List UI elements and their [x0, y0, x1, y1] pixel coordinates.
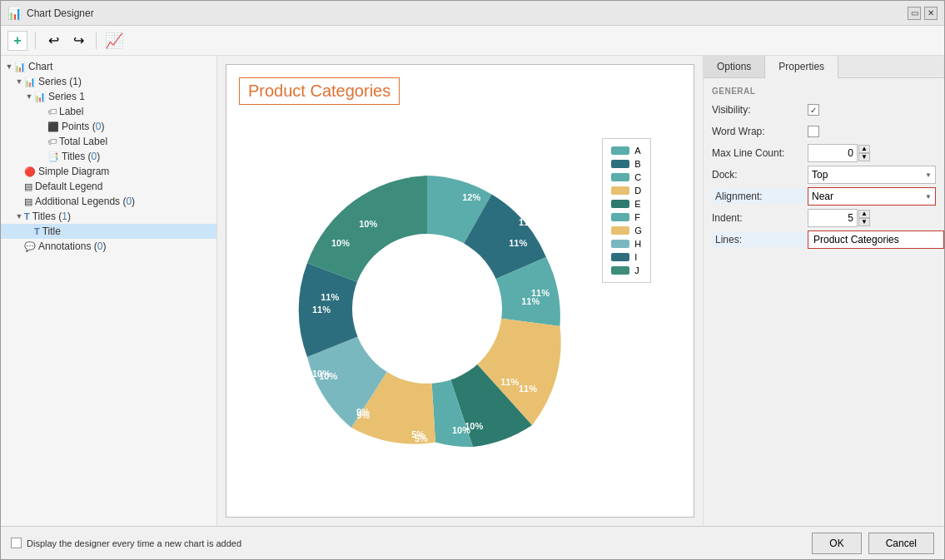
tree-label-label: Label — [59, 106, 83, 117]
indent-up[interactable]: ▲ — [858, 210, 870, 218]
legend-swatch-F — [611, 213, 629, 221]
tree-item-series-group[interactable]: ▼ 📊 Series (1) — [1, 74, 216, 89]
expander-simplediagram — [14, 167, 24, 176]
prop-label-indent: Indent: — [712, 212, 808, 224]
tree-label-points: Points ( — [62, 121, 96, 132]
indent-down[interactable]: ▼ — [858, 218, 870, 226]
tree-item-simplediagram[interactable]: 🔴 Simple Diagram — [1, 164, 216, 179]
dock-select[interactable]: Top ▼ — [808, 166, 936, 184]
legend-item-C: C — [611, 172, 642, 182]
window-title: Chart Designer — [27, 7, 94, 19]
legend-label-G: G — [634, 225, 642, 235]
indent-input[interactable] — [808, 209, 858, 227]
legend-swatch-G — [611, 226, 629, 235]
tree-item-annotations[interactable]: 💬 Annotations (0) — [1, 239, 216, 254]
pct-B: 11% — [519, 217, 537, 227]
tree-label-points-close: ) — [101, 121, 104, 132]
chart-icon: 📊 — [14, 62, 26, 72]
maxlinecount-up[interactable]: ▲ — [858, 145, 870, 153]
tab-options[interactable]: Options — [704, 56, 765, 77]
legend-label-J: J — [634, 265, 639, 275]
legend-item-E: E — [611, 199, 642, 209]
legend-item-I: I — [611, 252, 642, 262]
points-icon: ⬛ — [47, 121, 59, 132]
expander-points — [37, 122, 47, 131]
prop-value-indent: ▲ ▼ — [808, 209, 936, 227]
dock-value: Top — [812, 169, 828, 181]
tree-label-series1: Series 1 — [48, 91, 85, 102]
legend-swatch-H — [611, 240, 629, 248]
legend-swatch-D — [611, 186, 629, 195]
titles1-count: 1 — [62, 211, 67, 222]
designer-checkbox[interactable] — [11, 538, 22, 548]
tree-item-series1[interactable]: ▼ 📊 Series 1 — [1, 89, 216, 104]
wordwrap-checkbox[interactable] — [808, 126, 819, 137]
add-button[interactable]: + — [7, 31, 27, 51]
undo-icon: ↩ — [48, 32, 59, 48]
label-icon: 🏷 — [47, 107, 57, 116]
prop-row-dock: Dock: Top ▼ — [712, 166, 936, 184]
tree-label-annotations: Annotations ( — [38, 240, 97, 252]
visibility-checkbox[interactable] — [808, 104, 819, 116]
legend-label-E: E — [634, 199, 640, 209]
legend-swatch-B — [611, 160, 629, 168]
tree-item-titles0[interactable]: 📑 Titles (0) — [1, 149, 216, 164]
lines-input[interactable] — [808, 230, 944, 249]
expander-chart: ▼ — [4, 62, 14, 71]
tree-label-additionallegends: Additional Legends ( — [35, 196, 126, 207]
cancel-button[interactable]: Cancel — [868, 533, 934, 554]
legend-item-G: G — [611, 225, 642, 235]
redo-button[interactable]: ↪ — [68, 31, 88, 51]
prop-label-maxlinecount: Max Line Count: — [712, 147, 808, 159]
ok-button[interactable]: OK — [812, 533, 861, 554]
prop-row-maxlinecount: Max Line Count: ▲ ▼ — [712, 144, 936, 162]
minimize-icon: ▭ — [911, 8, 918, 17]
properties-panel: GENERAL Visibility: Word Wrap: — [704, 78, 944, 526]
tab-properties[interactable]: Properties — [765, 56, 838, 78]
chart-legend: A B C D — [602, 138, 651, 283]
titles0-icon: 📑 — [47, 151, 59, 162]
toolbar-separator — [35, 32, 36, 49]
prop-row-visibility: Visibility: — [712, 101, 936, 119]
maxlinecount-down[interactable]: ▼ — [858, 153, 870, 161]
prop-label-dock: Dock: — [712, 169, 808, 181]
tree-item-chart[interactable]: ▼ 📊 Chart — [1, 59, 216, 74]
prop-row-lines: Lines: — [712, 230, 936, 249]
title-bar: 📊 Chart Designer ▭ ✕ — [1, 1, 944, 26]
legend-swatch-I — [611, 253, 629, 261]
tabs-row: Options Properties — [704, 56, 944, 78]
expander-series-group: ▼ — [14, 77, 24, 86]
tree-label-annotations-close: ) — [102, 240, 106, 252]
tree-item-defaultlegend[interactable]: ▤ Default Legend — [1, 179, 216, 194]
chart-wizard-icon: 📈 — [105, 32, 123, 50]
tree-item-title[interactable]: T Title — [1, 224, 216, 239]
tree-item-totallabel[interactable]: 🏷 Total Label — [1, 134, 216, 149]
tab-properties-label: Properties — [778, 61, 824, 72]
additionallegends-count: 0 — [126, 196, 132, 207]
tree-item-additionallegends[interactable]: ▤ Additional Legends (0) — [1, 194, 216, 209]
legend-item-H: H — [611, 239, 642, 249]
pct-G: 9% — [356, 407, 370, 417]
tree-label-titles0-close: ) — [97, 151, 100, 162]
prop-row-alignment: Alignment: Near ▼ — [712, 187, 936, 206]
indent-spinner: ▲ ▼ — [858, 210, 870, 226]
tree-item-points[interactable]: ⬛ Points (0) — [1, 119, 216, 134]
close-button[interactable]: ✕ — [924, 7, 938, 20]
minimize-button[interactable]: ▭ — [908, 7, 921, 20]
legend-swatch-J — [611, 266, 629, 275]
tree-item-titles1[interactable]: ▼ T Titles (1) — [1, 209, 216, 224]
add-icon: + — [13, 33, 21, 48]
prop-label-visibility: Visibility: — [712, 104, 808, 116]
tab-options-label: Options — [717, 61, 751, 72]
undo-button[interactable]: ↩ — [43, 31, 63, 51]
prop-label-wordwrap: Word Wrap: — [712, 126, 808, 137]
footer-right: OK Cancel — [812, 533, 934, 554]
chart-wizard-button[interactable]: 📈 — [104, 31, 124, 51]
alignment-select[interactable]: Near ▼ — [808, 187, 936, 206]
maxlinecount-input[interactable] — [808, 144, 858, 162]
tree-item-label[interactable]: 🏷 Label — [1, 104, 216, 119]
tree-panel: ▼ 📊 Chart ▼ 📊 Series (1) ▼ 📊 Series 1 🏷 … — [1, 56, 217, 526]
expander-additionallegends — [14, 197, 24, 206]
section-header-general: GENERAL — [712, 87, 936, 96]
points-count: 0 — [96, 121, 102, 132]
